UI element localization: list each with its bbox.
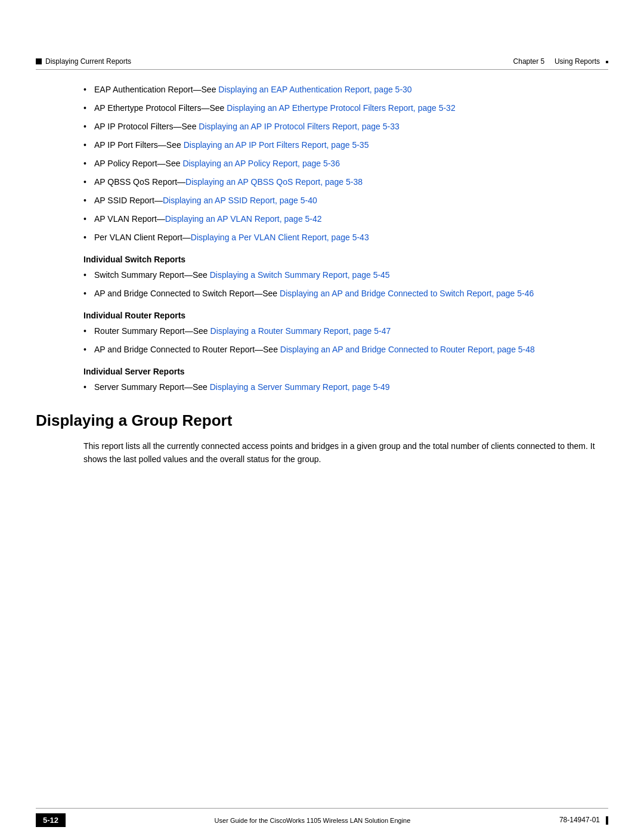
item-link[interactable]: Displaying an AP and Bridge Connected to… bbox=[280, 289, 534, 298]
switch-section-heading: Individual Switch Reports bbox=[83, 255, 608, 264]
page-number-badge: 5-12 bbox=[36, 813, 66, 827]
item-link[interactable]: Displaying an AP and Bridge Connected to… bbox=[280, 345, 535, 354]
item-prefix: AP SSID Report— bbox=[94, 196, 163, 205]
item-link[interactable]: Displaying a Switch Summary Report, page… bbox=[210, 270, 390, 280]
server-section-heading: Individual Server Reports bbox=[83, 367, 608, 376]
item-link[interactable]: Displaying an AP IP Port Filters Report,… bbox=[184, 140, 369, 150]
switch-bullet-list: Switch Summary Report—See Displaying a S… bbox=[83, 269, 608, 300]
list-item: AP VLAN Report—Displaying an AP VLAN Rep… bbox=[83, 213, 608, 225]
list-item: AP QBSS QoS Report—Displaying an AP QBSS… bbox=[83, 176, 608, 188]
chapter-label: Chapter 5 bbox=[513, 57, 545, 66]
main-bullet-list: EAP Authentication Report—See Displaying… bbox=[83, 83, 608, 244]
group-report-body: This report lists all the currently conn… bbox=[83, 439, 608, 466]
item-prefix: Router Summary Report—See bbox=[94, 326, 210, 336]
item-prefix: AP and Bridge Connected to Switch Report… bbox=[94, 289, 280, 298]
list-item: AP and Bridge Connected to Switch Report… bbox=[83, 287, 608, 300]
list-item: Switch Summary Report—See Displaying a S… bbox=[83, 269, 608, 281]
footer-center-text: User Guide for the CiscoWorks 1105 Wirel… bbox=[78, 817, 547, 824]
router-section-heading: Individual Router Reports bbox=[83, 311, 608, 320]
item-prefix: AP VLAN Report— bbox=[94, 214, 165, 224]
list-item: AP IP Port Filters—See Displaying an AP … bbox=[83, 139, 608, 151]
item-prefix: AP Ethertype Protocol Filters—See bbox=[94, 103, 227, 113]
item-prefix: Per VLAN Client Report— bbox=[94, 233, 191, 242]
item-link[interactable]: Displaying a Server Summary Report, page… bbox=[210, 382, 390, 392]
item-link[interactable]: Displaying an AP SSID Report, page 5-40 bbox=[163, 196, 317, 205]
list-item: AP SSID Report—Displaying an AP SSID Rep… bbox=[83, 194, 608, 207]
item-prefix: AP IP Port Filters—See bbox=[94, 140, 184, 150]
item-prefix: AP IP Protocol Filters—See bbox=[94, 122, 199, 131]
list-item: AP IP Protocol Filters—See Displaying an… bbox=[83, 120, 608, 133]
list-item: Per VLAN Client Report—Displaying a Per … bbox=[83, 231, 608, 244]
item-link[interactable]: Displaying an AP VLAN Report, page 5-42 bbox=[165, 214, 322, 224]
item-link[interactable]: Displaying an AP IP Protocol Filters Rep… bbox=[199, 122, 399, 131]
item-prefix: Switch Summary Report—See bbox=[94, 270, 210, 280]
header-square-icon bbox=[36, 58, 42, 64]
item-link[interactable]: Displaying an AP Ethertype Protocol Filt… bbox=[227, 103, 455, 113]
page-footer: 5-12 User Guide for the CiscoWorks 1105 … bbox=[36, 808, 608, 833]
header-right: Chapter 5 Using Reports bbox=[513, 57, 608, 66]
group-report-title: Displaying a Group Report bbox=[36, 411, 608, 430]
item-link[interactable]: Displaying an AP Policy Report, page 5-3… bbox=[182, 159, 340, 168]
router-bullet-list: Router Summary Report—See Displaying a R… bbox=[83, 325, 608, 356]
item-link[interactable]: Displaying a Router Summary Report, page… bbox=[210, 326, 391, 336]
item-link[interactable]: Displaying an EAP Authentication Report,… bbox=[218, 85, 411, 94]
page-container: Displaying Current Reports Chapter 5 Usi… bbox=[0, 0, 644, 833]
item-prefix: Server Summary Report—See bbox=[94, 382, 210, 392]
main-content: EAP Authentication Report—See Displaying… bbox=[36, 83, 608, 773]
item-link[interactable]: Displaying a Per VLAN Client Report, pag… bbox=[191, 233, 369, 242]
list-item: AP Policy Report—See Displaying an AP Po… bbox=[83, 157, 608, 170]
item-prefix: EAP Authentication Report—See bbox=[94, 85, 218, 94]
list-item: EAP Authentication Report—See Displaying… bbox=[83, 83, 608, 96]
header-section-label: Displaying Current Reports bbox=[45, 57, 131, 66]
item-link[interactable]: Displaying an AP QBSS QoS Report, page 5… bbox=[185, 177, 363, 187]
list-item: AP Ethertype Protocol Filters—See Displa… bbox=[83, 102, 608, 114]
list-item: Router Summary Report—See Displaying a R… bbox=[83, 325, 608, 337]
item-prefix: AP Policy Report—See bbox=[94, 159, 182, 168]
item-prefix: AP and Bridge Connected to Router Report… bbox=[94, 345, 280, 354]
footer-right-text: 78-14947-01 bbox=[559, 816, 608, 825]
page-header: Displaying Current Reports Chapter 5 Usi… bbox=[36, 57, 608, 70]
header-left: Displaying Current Reports bbox=[36, 57, 131, 66]
list-item: Server Summary Report—See Displaying a S… bbox=[83, 381, 608, 394]
chapter-title: Using Reports bbox=[555, 57, 600, 66]
list-item: AP and Bridge Connected to Router Report… bbox=[83, 343, 608, 356]
item-prefix: AP QBSS QoS Report— bbox=[94, 177, 185, 187]
server-bullet-list: Server Summary Report—See Displaying a S… bbox=[83, 381, 608, 394]
